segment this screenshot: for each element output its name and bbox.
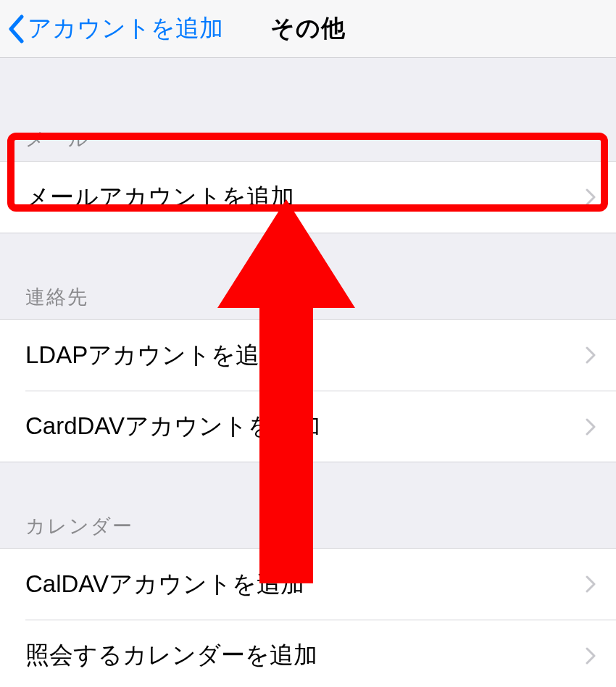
chevron-right-icon bbox=[586, 575, 596, 593]
list-item-label: 照会するカレンダーを追加 bbox=[25, 639, 317, 672]
list-group-contacts: LDAPアカウントを追加 CardDAVアカウントを追加 bbox=[0, 319, 616, 462]
list-group-calendar: CalDAVアカウントを追加 照会するカレンダーを追加 bbox=[0, 548, 616, 687]
back-label: アカウントを追加 bbox=[28, 12, 223, 45]
section-header-mail: メール bbox=[0, 126, 616, 161]
list-item-label: CalDAVアカウントを追加 bbox=[25, 568, 304, 601]
add-subscribed-calendar-row[interactable]: 照会するカレンダーを追加 bbox=[25, 620, 616, 687]
navigation-bar: アカウントを追加 その他 bbox=[0, 0, 616, 58]
section-header-calendar: カレンダー bbox=[0, 513, 616, 548]
back-button[interactable]: アカウントを追加 bbox=[0, 0, 223, 57]
add-caldav-account-row[interactable]: CalDAVアカウントを追加 bbox=[0, 549, 616, 620]
chevron-left-icon bbox=[7, 14, 25, 43]
page-title: その他 bbox=[270, 12, 346, 45]
add-mail-account-row[interactable]: メールアカウントを追加 bbox=[0, 162, 616, 233]
add-carddav-account-row[interactable]: CardDAVアカウントを追加 bbox=[25, 391, 616, 462]
add-ldap-account-row[interactable]: LDAPアカウントを追加 bbox=[0, 320, 616, 391]
chevron-right-icon bbox=[586, 188, 596, 206]
section-header-contacts: 連絡先 bbox=[0, 284, 616, 319]
list-item-label: CardDAVアカウントを追加 bbox=[25, 410, 320, 443]
chevron-right-icon bbox=[586, 418, 596, 436]
list-item-label: メールアカウントを追加 bbox=[25, 181, 294, 214]
list-group-mail: メールアカウントを追加 bbox=[0, 161, 616, 233]
chevron-right-icon bbox=[586, 647, 596, 665]
list-item-label: LDAPアカウントを追加 bbox=[25, 339, 283, 372]
chevron-right-icon bbox=[586, 346, 596, 364]
